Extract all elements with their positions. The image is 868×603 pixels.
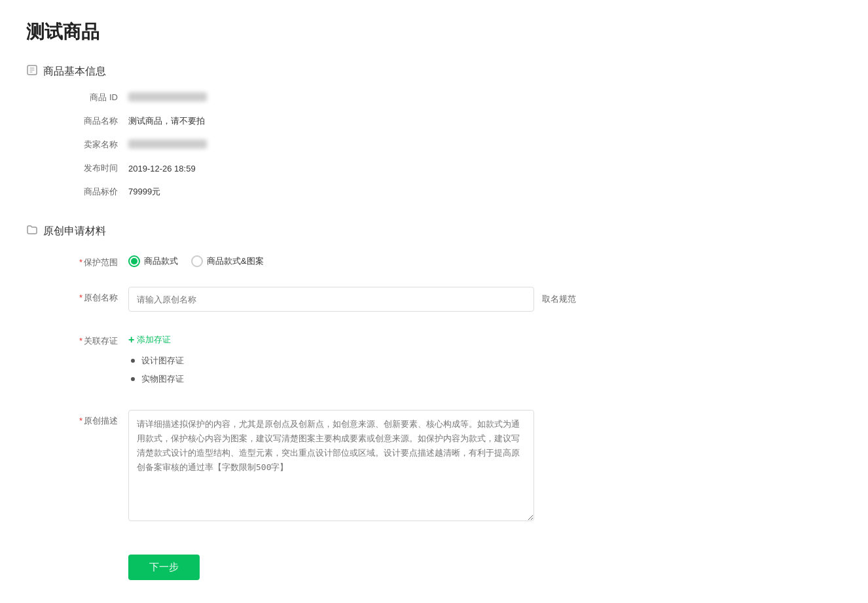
basic-info-header: 商品基本信息 [26,64,842,79]
product-icon [26,64,38,79]
original-name-content: 取名规范 [128,287,587,312]
radio-group: 商品款式 商品款式&图案 [128,251,587,267]
publish-time-value: 2019-12-26 18:59 [128,164,196,174]
product-price-row: 商品标价 79999元 [26,186,842,198]
product-id-label: 商品 ID [65,92,118,103]
seller-name-value [128,139,207,151]
bullet-design [131,359,135,363]
seller-name-label: 卖家名称 [65,139,118,151]
application-section: 原创申请材料 *保护范围 商品款式 商品款式&图案 [26,224,842,580]
basic-info-title: 商品基本信息 [43,65,106,79]
radio-style-pattern-label: 商品款式&图案 [207,255,264,267]
product-id-value [128,92,207,103]
naming-rule-link[interactable]: 取名规范 [542,293,576,305]
seller-name-blurred [128,139,207,149]
product-price-label: 商品标价 [65,186,118,198]
original-name-label: *原创名称 [65,287,118,304]
evidence-real-text: 实物图存证 [141,373,184,385]
application-header: 原创申请材料 [26,224,842,238]
required-star-4: * [79,416,82,426]
application-title: 原创申请材料 [43,225,106,238]
radio-style-label: 商品款式 [144,255,178,267]
description-textarea[interactable] [128,410,534,521]
product-id-blurred [128,92,207,101]
required-star-3: * [79,336,82,346]
plus-icon: + [128,334,134,346]
radio-style-pattern[interactable]: 商品款式&图案 [191,255,264,267]
radio-style-pattern-circle [191,255,203,267]
next-button-container: 下一步 [26,541,842,580]
page-title: 测试商品 [26,20,842,45]
evidence-item-real: 实物图存证 [131,373,587,385]
radio-style-circle [128,255,140,267]
product-name-label: 商品名称 [65,115,118,127]
description-row: *原创描述 [26,410,842,523]
add-evidence-button[interactable]: + 添加存证 [128,330,587,346]
next-button[interactable]: 下一步 [128,555,200,580]
evidence-design-text: 设计图存证 [141,355,184,367]
product-id-row: 商品 ID [26,92,842,103]
add-evidence-text: 添加存证 [137,334,171,346]
evidence-item-design: 设计图存证 [131,355,587,367]
protection-scope-content: 商品款式 商品款式&图案 [128,251,587,267]
product-name-row: 商品名称 测试商品，请不要拍 [26,115,842,127]
evidence-list: 设计图存证 实物图存证 [128,355,587,385]
required-star-2: * [79,293,82,302]
original-name-input[interactable] [128,287,534,312]
required-star: * [79,257,82,267]
radio-style[interactable]: 商品款式 [128,255,178,267]
evidence-content: + 添加存证 设计图存证 实物图存证 [128,330,587,392]
basic-info-section: 商品基本信息 商品 ID 商品名称 测试商品，请不要拍 卖家名称 发布时间 20… [26,64,842,198]
product-price-value: 79999元 [128,186,160,198]
page-container: 测试商品 商品基本信息 商品 ID 商品名称 测试商品，请不要拍 卖家名称 [0,0,868,603]
description-content [128,410,587,523]
evidence-label: *关联存证 [65,330,118,347]
folder-icon [26,224,38,238]
name-input-row: 取名规范 [128,287,587,312]
publish-time-label: 发布时间 [65,162,118,174]
bullet-real [131,377,135,381]
evidence-row: *关联存证 + 添加存证 设计图存证 实物图存证 [26,330,842,392]
publish-time-row: 发布时间 2019-12-26 18:59 [26,162,842,174]
original-name-row: *原创名称 取名规范 [26,287,842,312]
protection-scope-label: *保护范围 [65,251,118,268]
description-label: *原创描述 [65,410,118,427]
product-name-value: 测试商品，请不要拍 [128,115,205,127]
protection-scope-row: *保护范围 商品款式 商品款式&图案 [26,251,842,268]
seller-name-row: 卖家名称 [26,139,842,151]
